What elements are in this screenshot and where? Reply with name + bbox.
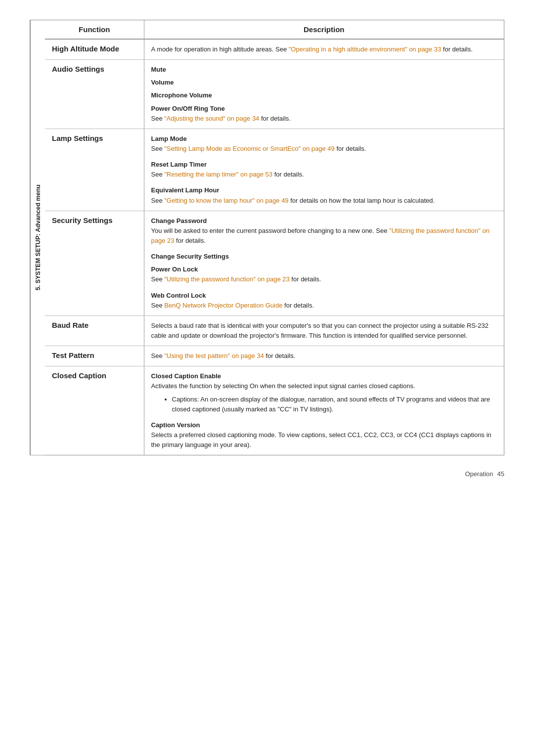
bold-label: Mute — [151, 65, 497, 75]
bullet-list: Captions: An on-screen display of the di… — [163, 395, 497, 414]
spacer — [151, 179, 497, 182]
description-cell: A mode for operation in high altitude ar… — [144, 39, 504, 60]
desc-link[interactable]: BenQ Network Projector Operation Guide — [164, 302, 282, 309]
table-row: Baud RateSelects a baud rate that is ide… — [45, 315, 504, 346]
footer: Operation 45 — [30, 470, 504, 478]
desc-link[interactable]: "Using the test pattern" on page 34 — [164, 352, 264, 359]
desc-paragraph: See "Getting to know the lamp hour" on p… — [151, 196, 497, 206]
function-cell: Lamp Settings — [45, 129, 144, 211]
desc-paragraph: Selects a preferred closed captioning mo… — [151, 430, 497, 450]
bold-label: Change Security Settings — [151, 252, 497, 262]
table-row: Security SettingsChange PasswordYou will… — [45, 211, 504, 315]
table-row: Test PatternSee "Using the test pattern"… — [45, 346, 504, 366]
function-cell: Test Pattern — [45, 346, 144, 366]
page-wrapper: 5. SYSTEM SETUP: Advanced menu Function … — [30, 20, 504, 478]
desc-link[interactable]: "Getting to know the lamp hour" on page … — [164, 197, 288, 204]
spacer — [151, 154, 497, 157]
bold-label: Change Password — [151, 216, 497, 226]
desc-paragraph: See "Resetting the lamp timer" on page 5… — [151, 170, 497, 179]
bold-label: Web Control Lock — [151, 291, 497, 301]
desc-paragraph: Selects a baud rate that is identical wi… — [151, 321, 497, 341]
desc-paragraph: Activates the function by selecting On w… — [151, 381, 497, 391]
function-cell: Closed Caption — [45, 366, 144, 455]
description-header: Description — [144, 20, 504, 39]
desc-link[interactable]: "Setting Lamp Mode as Economic or SmartE… — [164, 145, 335, 152]
bold-label: Equivalent Lamp Hour — [151, 185, 497, 195]
desc-link[interactable]: "Resetting the lamp timer" on page 53 — [164, 171, 272, 178]
desc-link[interactable]: "Adjusting the sound" on page 34 — [164, 115, 259, 122]
bold-label: Volume — [151, 78, 497, 88]
desc-paragraph: See "Using the test pattern" on page 34 … — [151, 351, 497, 361]
description-cell: Selects a baud rate that is identical wi… — [144, 315, 504, 346]
sidebar-label: 5. SYSTEM SETUP: Advanced menu — [30, 20, 45, 455]
description-cell: Change PasswordYou will be asked to ente… — [144, 211, 504, 315]
desc-link[interactable]: "Operating in a high altitude environmen… — [289, 45, 441, 53]
desc-paragraph: See "Setting Lamp Mode as Economic or Sm… — [151, 144, 497, 154]
desc-paragraph: See "Utilizing the password function" on… — [151, 274, 497, 284]
page-number: 45 — [497, 470, 504, 478]
footer-text: Operation — [465, 470, 493, 478]
spacer — [151, 246, 497, 249]
table-row: Audio SettingsMuteVolumeMicrophone Volum… — [45, 60, 504, 129]
spacer — [151, 285, 497, 288]
desc-link[interactable]: "Utilizing the password function" on pag… — [164, 275, 290, 283]
bold-label: Microphone Volume — [151, 90, 497, 100]
function-cell: High Altitude Mode — [45, 39, 144, 60]
table-row: Lamp SettingsLamp ModeSee "Setting Lamp … — [45, 129, 504, 211]
bold-label: Closed Caption Enable — [151, 371, 497, 381]
spacer — [151, 414, 497, 417]
table-row: Closed CaptionClosed Caption EnableActiv… — [45, 366, 504, 455]
content-table: Function Description High Altitude ModeA… — [45, 20, 504, 455]
function-cell: Baud Rate — [45, 315, 144, 346]
bold-label: Power On/Off Ring Tone — [151, 104, 497, 114]
bold-label: Power On Lock — [151, 265, 497, 274]
description-cell: See "Using the test pattern" on page 34 … — [144, 346, 504, 366]
desc-paragraph: A mode for operation in high altitude ar… — [151, 44, 497, 54]
desc-paragraph: See BenQ Network Projector Operation Gui… — [151, 301, 497, 311]
function-cell: Audio Settings — [45, 60, 144, 129]
bullet-item: Captions: An on-screen display of the di… — [172, 395, 497, 414]
description-cell: Lamp ModeSee "Setting Lamp Mode as Econo… — [144, 129, 504, 211]
function-header: Function — [45, 20, 144, 39]
description-cell: Closed Caption EnableActivates the funct… — [144, 366, 504, 455]
function-cell: Security Settings — [45, 211, 144, 315]
bold-label: Reset Lamp Timer — [151, 160, 497, 170]
desc-paragraph: You will be asked to enter the current p… — [151, 226, 497, 246]
description-cell: MuteVolumeMicrophone VolumePower On/Off … — [144, 60, 504, 129]
bold-label: Lamp Mode — [151, 134, 497, 144]
desc-link[interactable]: "Utilizing the password function" on pag… — [151, 227, 490, 244]
bold-label: Caption Version — [151, 420, 497, 430]
table-row: High Altitude ModeA mode for operation i… — [45, 39, 504, 60]
desc-paragraph: See "Adjusting the sound" on page 34 for… — [151, 114, 497, 124]
